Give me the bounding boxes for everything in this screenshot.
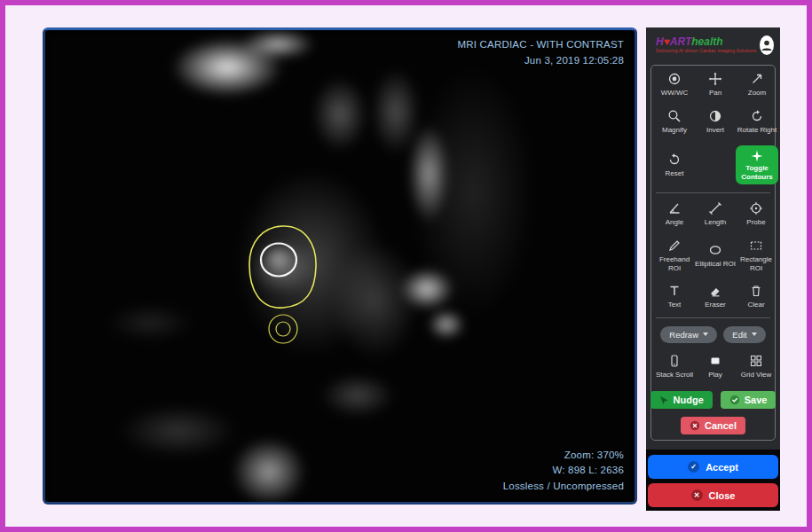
rotate-right-icon: [750, 109, 764, 123]
ellipse-icon: [708, 243, 722, 257]
save-button[interactable]: Save: [721, 391, 777, 409]
user-avatar[interactable]: [760, 35, 774, 55]
tool-length[interactable]: Length: [695, 201, 736, 227]
chevron-down-icon: [703, 332, 708, 336]
lv-contour-white[interactable]: [261, 244, 296, 277]
probe-icon: [749, 201, 763, 215]
contour-overlay: [45, 30, 635, 502]
zoom-icon: [750, 72, 764, 86]
tool-label: Toggle Contours: [737, 164, 777, 181]
app-header: H♥ARThealth Delivering AI driven Cardiac…: [646, 27, 780, 63]
small-contour-inner[interactable]: [276, 322, 290, 336]
dropdown-label: Redraw: [669, 330, 698, 340]
tool-label: Eraser: [705, 301, 726, 309]
tool-angle[interactable]: Angle: [654, 201, 695, 227]
tool-label: Grid View: [741, 371, 772, 379]
eraser-icon: [708, 284, 722, 298]
tool-pan[interactable]: Pan: [695, 72, 736, 98]
accept-label: Accept: [706, 462, 738, 473]
chevron-down-icon: [752, 332, 757, 336]
tool-text[interactable]: Text: [654, 284, 695, 309]
accept-button[interactable]: ✓ Accept: [648, 455, 778, 479]
tool-label: Clear: [747, 301, 764, 309]
study-datetime: Jun 3, 2019 12:05:28: [458, 53, 624, 69]
sparkle-icon: [751, 150, 763, 162]
primary-tools-group: WW/WC Pan Zoom: [654, 72, 772, 184]
redraw-dropdown[interactable]: Redraw: [660, 326, 717, 343]
tool-magnify[interactable]: Magnify: [654, 109, 695, 135]
tool-label: Play: [708, 371, 722, 379]
tool-label: Reset: [666, 169, 684, 178]
tool-label: Magnify: [662, 126, 687, 135]
footer-buttons: ✓ Accept ✕ Close: [646, 450, 780, 511]
tool-grid-view[interactable]: Grid View: [736, 354, 777, 379]
nudge-label: Nudge: [674, 395, 704, 405]
cancel-button[interactable]: Cancel: [681, 417, 745, 434]
group-divider: [656, 317, 770, 318]
grid-icon: [749, 354, 763, 368]
dropdown-label: Edit: [732, 330, 746, 340]
cursor-icon: [659, 395, 669, 405]
study-description: MRI CARDIAC - WITH CONTRAST: [458, 37, 624, 53]
zoom-level: Zoom: 370%: [503, 448, 624, 464]
tool-label: Elliptical ROI: [695, 260, 736, 269]
group-divider: [656, 192, 770, 193]
tool-reset[interactable]: Reset: [654, 153, 695, 178]
toggle-contours-button[interactable]: Toggle Contours: [736, 145, 778, 184]
tool-sidebar: H♥ARThealth Delivering AI driven Cardiac…: [646, 27, 780, 511]
tool-clear[interactable]: Clear: [736, 284, 777, 309]
cancel-row: Cancel: [654, 409, 772, 434]
pan-icon: [708, 72, 722, 86]
tool-label: Rotate Right: [737, 126, 777, 135]
accept-circle-icon: ✓: [688, 461, 699, 473]
trash-icon: [749, 284, 763, 298]
study-info-overlay: MRI CARDIAC - WITH CONTRAST Jun 3, 2019 …: [458, 37, 624, 69]
tool-rectangle-roi[interactable]: Rectangle ROI: [736, 239, 777, 272]
close-label: Close: [709, 490, 736, 501]
tool-rotate-right[interactable]: Rotate Right: [737, 109, 777, 135]
angle-icon: [667, 201, 682, 215]
tool-label: WW/WC: [661, 89, 689, 98]
save-label: Save: [745, 395, 768, 405]
brand-heart-glyph: ♥: [664, 35, 670, 48]
cancel-label: Cancel: [705, 420, 737, 431]
tool-probe[interactable]: Probe: [736, 201, 777, 227]
lv-contour-yellow[interactable]: [249, 226, 316, 308]
measure-tools-group: Angle Length Probe: [654, 201, 772, 309]
tool-eraser[interactable]: Eraser: [695, 284, 736, 309]
sidebar-main: H♥ARThealth Delivering AI driven Cardiac…: [646, 27, 780, 450]
edit-dropdown[interactable]: Edit: [723, 326, 765, 343]
tool-freehand-roi[interactable]: Freehand ROI: [654, 239, 695, 272]
pencil-icon: [667, 239, 682, 253]
tool-invert[interactable]: Invert: [695, 109, 736, 135]
close-circle-icon: ✕: [691, 489, 703, 501]
dropdown-row: Redraw Edit: [654, 326, 772, 343]
brand-name: H♥ARThealth: [656, 36, 756, 47]
tool-label: Rectangle ROI: [736, 255, 777, 272]
small-contour-outer[interactable]: [269, 315, 297, 343]
mri-viewport[interactable]: MRI CARDIAC - WITH CONTRAST Jun 3, 2019 …: [43, 27, 637, 505]
tool-label: Probe: [746, 218, 765, 227]
image-info-overlay: Zoom: 370% W: 898 L: 2636 Lossless / Unc…: [503, 448, 624, 495]
reset-icon: [667, 153, 682, 167]
nudge-save-row: Nudge Save: [654, 391, 772, 409]
tool-stack-scroll[interactable]: Stack Scroll: [654, 354, 695, 379]
x-circle-icon: [690, 420, 700, 431]
brand-text: H♥ARThealth Delivering AI driven Cardiac…: [656, 36, 756, 54]
brand-mid: ART: [670, 35, 691, 48]
window-level: W: 898 L: 2636: [503, 463, 624, 479]
nudge-button[interactable]: Nudge: [650, 391, 713, 409]
tool-play[interactable]: Play: [695, 354, 736, 379]
tool-wwwc[interactable]: WW/WC: [654, 72, 695, 98]
tool-label: Length: [705, 218, 726, 227]
tool-label: Zoom: [748, 89, 766, 98]
close-button[interactable]: ✕ Close: [648, 483, 778, 507]
extra-tools-group: Stack Scroll Play Grid View: [654, 354, 772, 379]
tool-label: Angle: [666, 218, 683, 227]
tool-zoom[interactable]: Zoom: [737, 72, 777, 98]
tool-label: Pan: [709, 89, 721, 98]
tool-elliptical-roi[interactable]: Elliptical ROI: [695, 243, 736, 269]
tool-label: Freehand ROI: [654, 255, 695, 272]
tool-label: Text: [668, 301, 682, 309]
stack-scroll-icon: [667, 354, 682, 368]
